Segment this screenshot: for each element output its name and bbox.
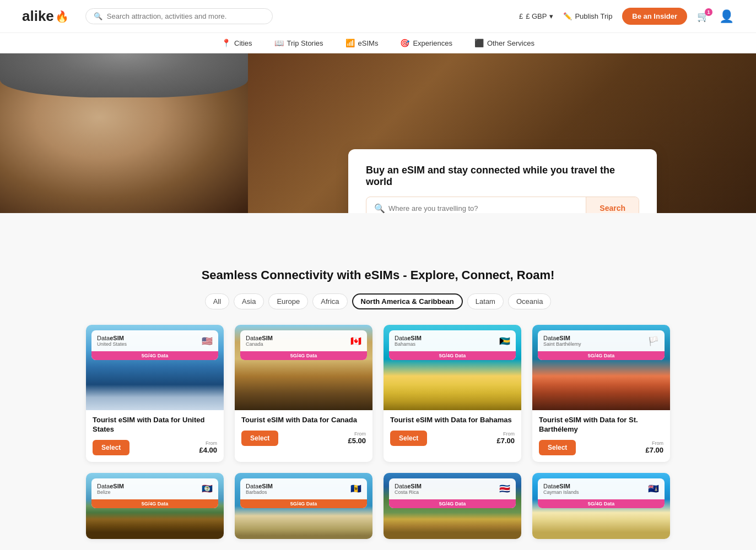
- hero-section: Buy an eSIM and stay connected while you…: [0, 53, 756, 213]
- esim-card-usa: DataeSIM United States 🇺🇸 5G/4G Data Tou…: [86, 325, 224, 462]
- price-amount-canada: £5.00: [348, 437, 366, 445]
- esim-card-costarica: DataeSIM Costa Rica 🇨🇷 5G/4G Data: [384, 473, 521, 539]
- hero-search-row: 🔍 Search: [366, 197, 639, 213]
- badge-data-bar-cayman: 5G/4G Data: [538, 499, 665, 508]
- user-profile-button[interactable]: 👤: [719, 9, 734, 24]
- logo-text: alike: [22, 8, 54, 25]
- card-body-canada: Tourist eSIM with Data for Canada Select…: [235, 410, 372, 453]
- nav-item-trip-stories[interactable]: 📖 Trip Stories: [274, 39, 323, 47]
- badge-country-stbarth: Saint Barthélemy: [543, 341, 581, 347]
- badge-data-bar-belize: 5G/4G Data: [91, 499, 218, 508]
- hero-search-button[interactable]: Search: [586, 197, 639, 213]
- badge-country-bahamas: Bahamas: [395, 341, 422, 347]
- badge-flag-stbarth: 🏳️: [648, 336, 659, 346]
- nav-item-other-services[interactable]: ⬛ Other Services: [474, 39, 534, 47]
- badge-country-barbados: Barbados: [246, 489, 273, 495]
- filter-tabs: All Asia Europe Africa North America & C…: [86, 293, 670, 309]
- data-esim-badge-canada: DataeSIM Canada 🇨🇦 5G/4G Data: [240, 330, 367, 360]
- badge-flag-belize: 🇧🇿: [202, 483, 213, 494]
- card-price-bahamas: From £7.00: [496, 431, 515, 445]
- filter-tab-africa[interactable]: Africa: [312, 293, 347, 309]
- esim-card-cayman: DataeSIM Cayman Islands 🇰🇾 5G/4G Data: [532, 473, 670, 539]
- badge-flag-canada: 🇨🇦: [350, 336, 361, 346]
- filter-tab-north-america[interactable]: North America & Caribbean: [352, 293, 463, 309]
- filter-tab-oceania[interactable]: Oceania: [508, 293, 551, 309]
- select-button-usa[interactable]: Select: [93, 440, 129, 455]
- currency-selector[interactable]: £ £ GBP ▾: [519, 12, 554, 20]
- section-title: Seamless Connectivity with eSIMs - Explo…: [86, 268, 670, 282]
- select-button-canada[interactable]: Select: [241, 431, 278, 446]
- header-right: £ £ GBP ▾ ✏️ Publish Trip Be an Insider …: [519, 8, 734, 25]
- card-body-usa: Tourist eSIM with Data for United States…: [86, 410, 224, 462]
- card-image-cayman: DataeSIM Cayman Islands 🇰🇾 5G/4G Data: [532, 473, 670, 539]
- nav-item-esims[interactable]: 📶 eSIMs: [345, 39, 379, 47]
- card-footer-stbarth: Select From £7.00: [539, 440, 663, 455]
- card-price-canada: From £5.00: [348, 431, 366, 445]
- data-esim-badge-cayman: DataeSIM Cayman Islands 🇰🇾 5G/4G Data: [538, 478, 665, 508]
- hero-search-input[interactable]: [388, 204, 578, 213]
- nav-item-experiences[interactable]: 🎯 Experiences: [400, 39, 452, 47]
- cart-button[interactable]: 🛒 1: [697, 10, 709, 23]
- esim-card-canada: DataeSIM Canada 🇨🇦 5G/4G Data Tourist eS…: [235, 325, 372, 462]
- badge-flag-usa: 🇺🇸: [202, 336, 213, 346]
- data-esim-badge-belize: DataeSIM Belize 🇧🇿 5G/4G Data: [91, 478, 218, 508]
- be-insider-button[interactable]: Be an Insider: [622, 8, 687, 25]
- nav-other-services-label: Other Services: [487, 39, 534, 47]
- select-button-bahamas[interactable]: Select: [390, 431, 427, 446]
- esim-card-stbarth: DataeSIM Saint Barthélemy 🏳️ 5G/4G Data …: [532, 325, 670, 462]
- badge-data-bar-stbarth: 5G/4G Data: [538, 351, 665, 360]
- experiences-icon: 🎯: [400, 39, 409, 47]
- badge-country-belize: Belize: [97, 489, 124, 495]
- badge-title-stbarth: DataeSIM: [543, 335, 581, 341]
- data-esim-badge-costarica: DataeSIM Costa Rica 🇨🇷 5G/4G Data: [389, 478, 516, 508]
- filter-tab-latam[interactable]: Latam: [467, 293, 504, 309]
- data-esim-badge-stbarth: DataeSIM Saint Barthélemy 🏳️ 5G/4G Data: [538, 330, 665, 360]
- card-image-belize: DataeSIM Belize 🇧🇿 5G/4G Data: [86, 473, 224, 539]
- badge-flag-barbados: 🇧🇧: [350, 483, 361, 494]
- card-title-stbarth: Tourist eSIM with Data for St. Barthélem…: [539, 416, 663, 434]
- hero-search-input-wrap: 🔍: [366, 197, 586, 213]
- cities-icon: 📍: [222, 39, 231, 47]
- badge-flag-bahamas: 🇧🇸: [499, 336, 510, 346]
- nav-esims-label: eSIMs: [358, 39, 379, 47]
- logo-flame-icon: 🔥: [55, 10, 69, 23]
- hero-card-title: Buy an eSIM and stay connected while you…: [366, 165, 639, 188]
- badge-country-canada: Canada: [246, 341, 273, 347]
- badge-data-bar-usa: 5G/4G Data: [91, 351, 218, 360]
- card-price-usa: From £4.00: [199, 440, 217, 454]
- main-search-input[interactable]: [107, 12, 264, 20]
- card-body-stbarth: Tourist eSIM with Data for St. Barthélem…: [532, 410, 670, 462]
- other-services-icon: ⬛: [474, 39, 484, 47]
- hero-search-icon: 🔍: [374, 203, 385, 214]
- currency-icon: £: [519, 12, 523, 20]
- card-image-costarica: DataeSIM Costa Rica 🇨🇷 5G/4G Data: [384, 473, 521, 539]
- search-icon: 🔍: [94, 12, 102, 20]
- price-amount-stbarth: £7.00: [645, 446, 663, 454]
- main-search-bar: 🔍: [85, 8, 273, 24]
- card-image-bahamas: DataeSIM Bahamas 🇧🇸 5G/4G Data: [384, 325, 521, 410]
- badge-data-bar-canada: 5G/4G Data: [240, 351, 367, 360]
- nav-item-cities[interactable]: 📍 Cities: [222, 39, 252, 47]
- price-amount-usa: £4.00: [199, 446, 217, 454]
- card-image-usa: DataeSIM United States 🇺🇸 5G/4G Data: [86, 325, 224, 410]
- card-title-canada: Tourist eSIM with Data for Canada: [241, 416, 366, 425]
- card-image-barbados: DataeSIM Barbados 🇧🇧 5G/4G Data: [235, 473, 372, 539]
- filter-tab-asia[interactable]: Asia: [234, 293, 264, 309]
- card-image-canada: DataeSIM Canada 🇨🇦 5G/4G Data: [235, 325, 372, 410]
- filter-tab-all[interactable]: All: [205, 293, 229, 309]
- select-button-stbarth[interactable]: Select: [539, 440, 576, 455]
- badge-title-canada: DataeSIM: [246, 335, 273, 341]
- esim-card-barbados: DataeSIM Barbados 🇧🇧 5G/4G Data: [235, 473, 372, 539]
- cards-row-2: DataeSIM Belize 🇧🇿 5G/4G Data DataeSIM: [86, 473, 670, 539]
- badge-data-bar-barbados: 5G/4G Data: [240, 499, 367, 508]
- filter-tab-europe[interactable]: Europe: [268, 293, 308, 309]
- cards-row-1: DataeSIM United States 🇺🇸 5G/4G Data Tou…: [86, 325, 670, 462]
- esim-card-bahamas: DataeSIM Bahamas 🇧🇸 5G/4G Data Tourist e…: [384, 325, 521, 462]
- badge-data-bar-bahamas: 5G/4G Data: [389, 351, 516, 360]
- card-price-stbarth: From £7.00: [645, 440, 663, 454]
- publish-trip-button[interactable]: ✏️ Publish Trip: [563, 12, 612, 20]
- hero-person-image: [0, 53, 248, 213]
- trip-stories-icon: 📖: [274, 39, 284, 47]
- badge-title-bahamas: DataeSIM: [395, 335, 422, 341]
- logo[interactable]: alike🔥: [22, 8, 69, 25]
